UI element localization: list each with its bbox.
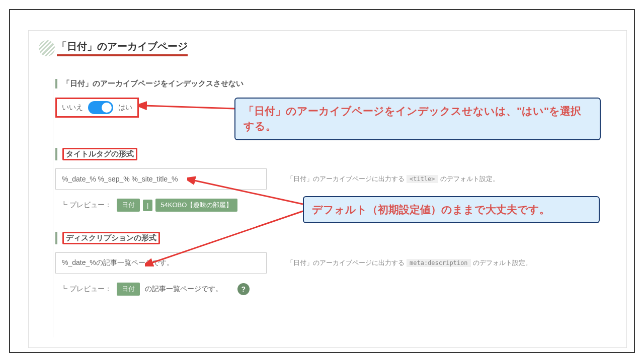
toggle-on-label: はい	[118, 103, 132, 112]
help-icon[interactable]: ?	[237, 283, 250, 295]
svg-line-2	[150, 211, 303, 263]
arrow-icon	[145, 206, 306, 266]
noindex-toggle[interactable]	[88, 101, 113, 114]
title-tag-desc: 「日付」のアーカイブページに出力する <title> のデフォルト設定。	[287, 174, 499, 184]
svg-line-1	[192, 180, 303, 204]
settings-panel: 「日付」のアーカイブページ 「日付」のアーカイブページをインデックスさせない い…	[28, 30, 627, 348]
description-preview: ┗ プレビュー： 日付 の記事一覧ページです。 ?	[60, 283, 606, 296]
panel-header: 「日付」のアーカイブページ	[39, 40, 188, 56]
code-title-tag: <title>	[407, 175, 438, 183]
annotation-callout-1: 「日付」のアーカイブページをインデックスせないは、"はい"を選択する。	[234, 98, 601, 140]
arrow-icon	[139, 99, 239, 119]
noindex-toggle-group: いいえ はい	[55, 98, 139, 118]
noindex-label: 「日付」のアーカイブページをインデックスさせない	[55, 79, 244, 88]
toggle-off-label: いいえ	[62, 103, 83, 112]
description-desc: 「日付」のアーカイブページに出力する meta:description のデフォ…	[287, 258, 532, 267]
section-bar-desc: ディスクリプションの形式	[55, 232, 160, 244]
svg-line-0	[144, 106, 234, 109]
section-bar-title: タイトルタグの形式	[55, 148, 137, 160]
outer-frame: 「日付」のアーカイブページ 「日付」のアーカイブページをインデックスさせない い…	[9, 9, 635, 353]
title-tag-label: タイトルタグの形式	[62, 148, 137, 160]
annotation-callout-2: デフォルト（初期設定値）のままで大丈夫です。	[303, 196, 600, 223]
pill-date-2: 日付	[117, 283, 140, 296]
pill-date: 日付	[117, 199, 140, 212]
description-block: ディスクリプションの形式 「日付」のアーカイブページに出力する meta:des…	[55, 232, 606, 296]
page-title: 「日付」のアーカイブページ	[57, 40, 188, 56]
code-meta-desc: meta:description	[407, 259, 471, 267]
hatch-icon	[39, 40, 55, 56]
